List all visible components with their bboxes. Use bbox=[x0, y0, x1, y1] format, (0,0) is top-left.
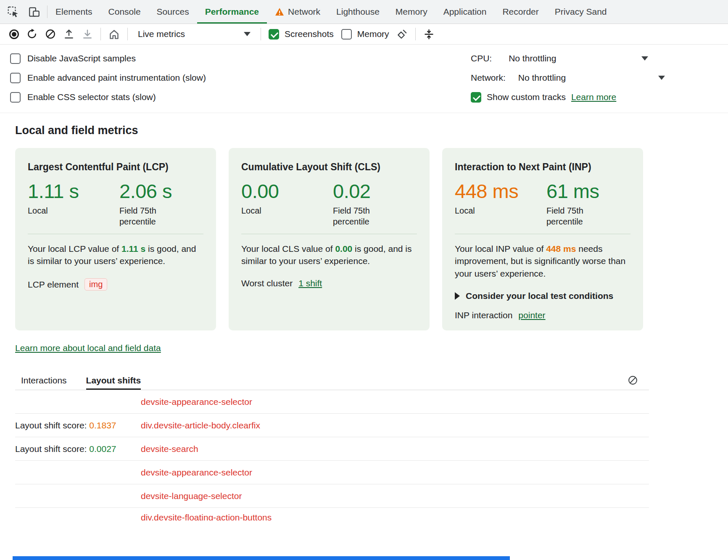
tabbar-icon-group bbox=[0, 0, 47, 24]
tab-elements[interactable]: Elements bbox=[47, 0, 100, 24]
collapse-panel-icon[interactable] bbox=[423, 29, 435, 40]
inp-interaction-row: INP interaction pointer bbox=[455, 310, 630, 320]
tab-label: Layout shifts bbox=[86, 375, 141, 386]
show-custom-tracks-label: Show custom tracks bbox=[487, 92, 566, 102]
tab-memory[interactable]: Memory bbox=[388, 0, 435, 24]
show-custom-tracks-row[interactable]: Show custom tracks Learn more bbox=[471, 87, 665, 107]
upload-profile-icon[interactable] bbox=[63, 29, 74, 40]
shift-node-link[interactable]: devsite-appearance-selector bbox=[141, 397, 252, 407]
learn-more-local-field-link[interactable]: Learn more about local and field data bbox=[15, 343, 161, 353]
tab-performance[interactable]: Performance bbox=[197, 0, 267, 24]
shift-node-link[interactable]: div.devsite-article-body.clearfix bbox=[141, 420, 260, 431]
log-tabs: Interactions Layout shifts bbox=[15, 371, 649, 390]
device-toolbar-icon[interactable] bbox=[24, 0, 45, 24]
clear-log-icon[interactable] bbox=[628, 375, 638, 386]
layout-shift-row[interactable]: Layout shift score: 0.1837 div.devsite-a… bbox=[15, 414, 649, 437]
metrics-heading: Local and field metrics bbox=[15, 124, 728, 137]
live-metrics-view: Local and field metrics Largest Contentf… bbox=[0, 124, 728, 353]
inp-disclosure-row[interactable]: Consider your local test conditions bbox=[455, 291, 630, 301]
desc-highlight: 448 ms bbox=[546, 244, 576, 254]
tab-privacy-sandbox[interactable]: Privacy Sand bbox=[547, 0, 615, 24]
card-divider bbox=[455, 234, 630, 234]
shift-score-label: Layout shift score: bbox=[15, 420, 89, 430]
shift-node-link[interactable]: devsite-appearance-selector bbox=[141, 468, 252, 478]
tab-label: Application bbox=[443, 7, 487, 17]
performance-toolbar: Live metrics Screenshots Memory bbox=[0, 24, 728, 45]
card-divider bbox=[241, 234, 417, 234]
show-custom-tracks-checkbox[interactable] bbox=[471, 92, 481, 103]
lcp-local-label: Local bbox=[28, 205, 91, 216]
tab-interactions[interactable]: Interactions bbox=[21, 371, 67, 390]
tab-network[interactable]: Network bbox=[267, 0, 328, 24]
shift-node-link[interactable]: div.devsite-floating-action-buttons bbox=[141, 508, 272, 520]
desc-text: Your local CLS value of bbox=[241, 244, 335, 254]
lcp-field-value: 2.06 s bbox=[119, 180, 182, 203]
tab-label: Recorder bbox=[502, 7, 538, 17]
network-label: Network: bbox=[471, 73, 506, 83]
tab-label: Network bbox=[288, 7, 320, 17]
memory-checkbox-row[interactable]: Memory bbox=[341, 29, 389, 40]
lcp-element-node-link[interactable]: img bbox=[84, 278, 107, 291]
lcp-element-label: LCP element bbox=[28, 280, 79, 290]
css-selector-stats-label: Enable CSS selector stats (slow) bbox=[27, 92, 156, 102]
advanced-paint-checkbox[interactable] bbox=[10, 73, 21, 83]
layout-shift-row[interactable]: devsite-language-selector bbox=[15, 484, 649, 508]
disable-js-samples-checkbox[interactable] bbox=[10, 53, 21, 64]
download-profile-icon[interactable] bbox=[82, 29, 93, 40]
network-throttling-select[interactable]: Network: No throttling bbox=[471, 68, 665, 87]
layout-shift-row[interactable]: devsite-appearance-selector bbox=[15, 390, 649, 414]
layout-shift-row[interactable]: div.devsite-floating-action-buttons bbox=[15, 508, 649, 520]
bottom-scrollbar-thumb[interactable] bbox=[13, 556, 510, 560]
cls-card: Cumulative Layout Shift (CLS) 0.00 Local… bbox=[229, 148, 430, 330]
memory-checkbox[interactable] bbox=[341, 29, 352, 40]
live-metrics-log: Interactions Layout shifts devsite-appea… bbox=[15, 371, 649, 520]
shift-node-link[interactable]: devsite-search bbox=[141, 444, 198, 454]
tab-label: Privacy Sand bbox=[555, 7, 607, 17]
cls-field-label: Field 75th percentile bbox=[333, 205, 396, 227]
lcp-field-column: 2.06 s Field 75th percentile bbox=[119, 180, 182, 227]
lcp-values: 1.11 s Local 2.06 s Field 75th percentil… bbox=[28, 180, 203, 227]
panel-view-select[interactable]: Live metrics bbox=[135, 28, 253, 40]
screenshots-checkbox-row[interactable]: Screenshots bbox=[269, 29, 334, 40]
css-selector-stats-checkbox[interactable] bbox=[10, 92, 21, 103]
garbage-collect-icon[interactable] bbox=[397, 29, 408, 40]
tab-application[interactable]: Application bbox=[435, 0, 495, 24]
tab-console[interactable]: Console bbox=[100, 0, 149, 24]
tab-label: Lighthouse bbox=[336, 7, 380, 17]
tab-label: Console bbox=[108, 7, 141, 17]
tab-sources[interactable]: Sources bbox=[149, 0, 197, 24]
lcp-field-label: Field 75th percentile bbox=[119, 205, 182, 227]
tab-lighthouse[interactable]: Lighthouse bbox=[328, 0, 388, 24]
inp-interaction-label: INP interaction bbox=[455, 310, 512, 320]
screenshots-checkbox[interactable] bbox=[269, 29, 279, 40]
worst-cluster-shift-link[interactable]: 1 shift bbox=[298, 278, 322, 288]
inp-card: Interaction to Next Paint (INP) 448 ms L… bbox=[442, 148, 643, 330]
shift-score-cell: Layout shift score: 0.0027 bbox=[15, 444, 141, 454]
cls-card-title: Cumulative Layout Shift (CLS) bbox=[241, 161, 417, 173]
toolbar-separator bbox=[261, 28, 261, 40]
card-divider bbox=[28, 234, 203, 234]
home-icon[interactable] bbox=[108, 29, 120, 40]
custom-tracks-learn-more-link[interactable]: Learn more bbox=[571, 92, 616, 102]
cpu-throttling-select[interactable]: CPU: No throttling bbox=[471, 49, 648, 68]
cls-field-value: 0.02 bbox=[333, 180, 396, 203]
cls-description: Your local CLS value of 0.00 is good, an… bbox=[241, 243, 417, 268]
desc-highlight: 0.00 bbox=[335, 244, 352, 254]
tab-label: Interactions bbox=[21, 375, 67, 386]
desc-text: Your local LCP value of bbox=[28, 244, 121, 254]
tab-recorder[interactable]: Recorder bbox=[494, 0, 546, 24]
tab-layout-shifts[interactable]: Layout shifts bbox=[86, 371, 141, 390]
inp-interaction-link[interactable]: pointer bbox=[518, 310, 545, 320]
throttling-settings: CPU: No throttling Network: No throttlin… bbox=[471, 49, 665, 107]
layout-shift-row[interactable]: Layout shift score: 0.0027 devsite-searc… bbox=[15, 437, 649, 461]
shift-node-link[interactable]: devsite-language-selector bbox=[141, 491, 242, 501]
inspect-element-icon[interactable] bbox=[3, 0, 24, 24]
layout-shift-row[interactable]: devsite-appearance-selector bbox=[15, 461, 649, 484]
record-button[interactable] bbox=[9, 29, 19, 39]
clear-recording-icon[interactable] bbox=[45, 29, 56, 40]
devtools-tabbar: Elements Console Sources Performance Net… bbox=[0, 0, 728, 24]
chevron-down-icon bbox=[244, 32, 251, 36]
inp-field-label: Field 75th percentile bbox=[546, 205, 609, 227]
reload-and-record-button[interactable] bbox=[26, 29, 37, 40]
lcp-local-column: 1.11 s Local bbox=[28, 180, 119, 227]
